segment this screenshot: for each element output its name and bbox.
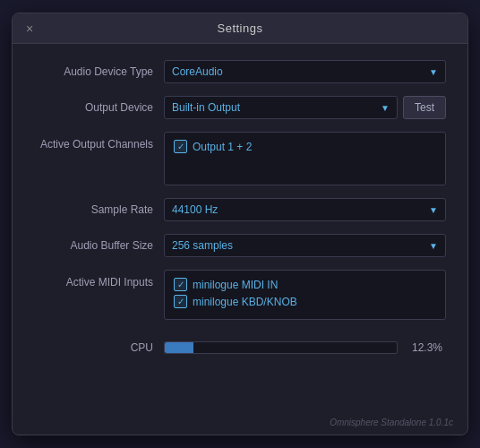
audio-buffer-size-arrow-icon: ▼ — [429, 241, 438, 251]
titlebar: × Settings — [13, 13, 467, 44]
active-output-channels-field: ✓ Output 1 + 2 — [164, 132, 446, 185]
output-device-label: Output Device — [34, 96, 164, 119]
midi-input-1-check-icon: ✓ — [177, 280, 184, 289]
settings-window: × Settings Audio Device Type CoreAudio ▼… — [12, 13, 468, 435]
sample-rate-label: Sample Rate — [34, 198, 164, 221]
audio-buffer-size-field: 256 samples ▼ — [164, 234, 446, 257]
sample-rate-select[interactable]: 44100 Hz ▼ — [164, 198, 446, 221]
output-device-controls: Built-in Output ▼ Test — [164, 96, 446, 119]
audio-buffer-size-label: Audio Buffer Size — [34, 234, 164, 257]
cpu-label: CPU — [34, 336, 164, 359]
midi-input-2-label: minilogue KBD/KNOB — [193, 296, 297, 308]
sample-rate-field: 44100 Hz ▼ — [164, 198, 446, 221]
channel-1-check-icon: ✓ — [177, 142, 184, 151]
cpu-bar-fill — [165, 342, 193, 353]
sample-rate-value: 44100 Hz — [172, 203, 218, 216]
cpu-value: 12.3% — [412, 341, 446, 354]
midi-input-item-1[interactable]: ✓ minilogue MIDI IN — [174, 278, 436, 291]
active-midi-inputs-label: Active MIDI Inputs — [34, 270, 164, 290]
audio-device-type-arrow-icon: ▼ — [429, 67, 438, 77]
close-button[interactable]: × — [23, 22, 36, 35]
channels-box: ✓ Output 1 + 2 — [164, 132, 446, 185]
midi-input-2-check-icon: ✓ — [177, 297, 184, 306]
audio-device-type-select[interactable]: CoreAudio ▼ — [164, 60, 446, 83]
version-text: Omnisphere Standalone 1.0.1c — [330, 418, 453, 427]
test-button[interactable]: Test — [403, 96, 446, 119]
channel-1-label: Output 1 + 2 — [193, 141, 252, 153]
output-device-value: Built-in Output — [172, 101, 240, 114]
audio-buffer-size-row: Audio Buffer Size 256 samples ▼ — [34, 234, 446, 257]
midi-input-1-checkbox[interactable]: ✓ — [174, 278, 187, 291]
audio-device-type-value: CoreAudio — [172, 65, 223, 78]
audio-device-type-label: Audio Device Type — [34, 60, 164, 83]
midi-inputs-box: ✓ minilogue MIDI IN ✓ minilogue KBD/KNOB — [164, 270, 446, 320]
output-device-arrow-icon: ▼ — [381, 103, 390, 113]
audio-buffer-size-value: 256 samples — [172, 239, 233, 252]
sample-rate-arrow-icon: ▼ — [429, 205, 438, 215]
cpu-bar-container — [164, 341, 398, 354]
active-output-channels-row: Active Output Channels ✓ Output 1 + 2 — [34, 132, 446, 185]
cpu-field: 12.3% — [164, 341, 446, 354]
output-device-select[interactable]: Built-in Output ▼ — [164, 96, 398, 119]
settings-content: Audio Device Type CoreAudio ▼ Output Dev… — [13, 44, 467, 412]
midi-input-1-label: minilogue MIDI IN — [193, 279, 278, 291]
channel-1-checkbox[interactable]: ✓ — [174, 140, 187, 153]
active-output-channels-label: Active Output Channels — [34, 132, 164, 152]
audio-device-type-row: Audio Device Type CoreAudio ▼ — [34, 60, 446, 83]
channel-item-1[interactable]: ✓ Output 1 + 2 — [174, 140, 436, 153]
midi-input-2-checkbox[interactable]: ✓ — [174, 295, 187, 308]
audio-buffer-size-select[interactable]: 256 samples ▼ — [164, 234, 446, 257]
cpu-row: CPU 12.3% — [34, 336, 446, 359]
output-device-row: Output Device Built-in Output ▼ Test — [34, 96, 446, 119]
footer: Omnisphere Standalone 1.0.1c — [13, 412, 467, 435]
output-device-field: Built-in Output ▼ Test — [164, 96, 446, 119]
midi-input-item-2[interactable]: ✓ minilogue KBD/KNOB — [174, 295, 436, 308]
sample-rate-row: Sample Rate 44100 Hz ▼ — [34, 198, 446, 221]
audio-device-type-field: CoreAudio ▼ — [164, 60, 446, 83]
window-title: Settings — [218, 22, 263, 35]
active-midi-inputs-row: Active MIDI Inputs ✓ minilogue MIDI IN ✓… — [34, 270, 446, 320]
active-midi-inputs-field: ✓ minilogue MIDI IN ✓ minilogue KBD/KNOB — [164, 270, 446, 320]
